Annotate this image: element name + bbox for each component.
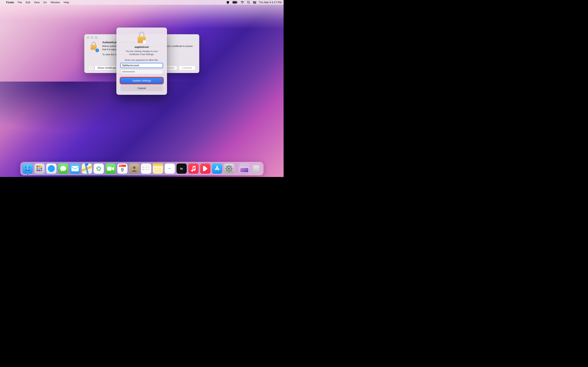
svg-rect-20 <box>153 164 163 166</box>
dock: MAR 9 tv <box>20 162 263 175</box>
svg-rect-36 <box>240 166 248 167</box>
svg-point-0 <box>228 1 229 2</box>
dock-appstore[interactable] <box>212 164 222 174</box>
dock-notes[interactable] <box>153 164 163 174</box>
svg-point-5 <box>247 1 249 3</box>
dock-tv[interactable]: tv <box>176 164 187 174</box>
dock-system-settings[interactable] <box>224 164 234 174</box>
svg-line-32 <box>231 170 232 171</box>
cancel-button[interactable]: Cancel <box>121 85 163 91</box>
menu-file[interactable]: File <box>18 1 22 4</box>
menubar-datetime[interactable]: Thu Mar 9 4:17 PM <box>259 1 282 4</box>
dock-mail[interactable] <box>70 164 80 174</box>
dock-freeform[interactable] <box>164 164 175 174</box>
svg-line-6 <box>249 3 250 4</box>
close-button[interactable] <box>87 36 89 39</box>
menu-view[interactable]: View <box>34 1 40 4</box>
svg-rect-18 <box>107 167 112 171</box>
menu-edit[interactable]: Edit <box>26 1 30 4</box>
dialog-title: eaptlstrust <box>121 45 163 49</box>
wifi-cert-icon <box>89 42 99 52</box>
dialog-prompt: Enter your password to allow this. <box>121 59 163 61</box>
control-center-icon[interactable] <box>253 1 256 4</box>
svg-point-12 <box>25 167 26 167</box>
svg-point-13 <box>29 167 30 167</box>
svg-rect-35 <box>241 165 248 166</box>
svg-point-4 <box>242 3 242 4</box>
dock-news[interactable] <box>200 164 210 174</box>
dock-launchpad[interactable] <box>34 164 44 174</box>
dock-facetime[interactable] <box>105 164 116 174</box>
dock-finder[interactable] <box>22 164 33 174</box>
menu-window[interactable]: Window <box>51 1 60 4</box>
wifi-icon[interactable] <box>241 1 244 4</box>
menu-go[interactable]: Go <box>43 1 47 4</box>
svg-point-26 <box>228 168 230 169</box>
menubar: Finder File Edit View Go Window Help Thu… <box>0 0 284 5</box>
dialog-message: You are making changes to your Certifica… <box>121 50 163 56</box>
help-button[interactable]: ? <box>88 66 93 70</box>
update-settings-button[interactable]: Update Settings <box>121 78 163 83</box>
svg-line-34 <box>231 166 232 167</box>
password-field[interactable] <box>121 69 163 75</box>
dock-music[interactable] <box>188 164 199 174</box>
svg-rect-16 <box>71 166 79 171</box>
svg-point-10 <box>253 3 254 3</box>
username-field[interactable] <box>121 63 163 68</box>
dock-calendar[interactable]: MAR 9 <box>117 164 127 174</box>
dock-separator <box>236 164 237 174</box>
lock-icon <box>136 32 147 44</box>
battery-icon[interactable] <box>232 1 238 4</box>
menu-help[interactable]: Help <box>64 1 69 4</box>
zoom-button[interactable] <box>95 36 97 39</box>
spotlight-icon[interactable] <box>247 1 250 4</box>
svg-point-19 <box>133 166 135 169</box>
dock-recent-window[interactable] <box>239 164 249 174</box>
dock-photos[interactable] <box>94 164 104 174</box>
svg-rect-7 <box>253 1 256 2</box>
dock-safari[interactable] <box>46 164 56 174</box>
dock-reminders[interactable] <box>141 164 151 174</box>
dock-contacts[interactable] <box>129 164 139 174</box>
app-menu-finder[interactable]: Finder <box>6 1 14 4</box>
dock-trash[interactable] <box>251 164 261 174</box>
eaptlstrust-auth-dialog: eaptlstrust You are making changes to yo… <box>116 27 167 95</box>
dock-messages[interactable] <box>58 164 68 174</box>
dock-maps[interactable] <box>82 164 92 174</box>
privacy-indicator-icon[interactable] <box>226 1 229 4</box>
running-indicator <box>27 174 28 175</box>
continue-button[interactable]: Continue <box>179 66 195 70</box>
show-certificate-button[interactable]: Show Certificate <box>95 66 119 70</box>
svg-rect-3 <box>237 2 237 3</box>
svg-point-8 <box>255 1 256 2</box>
calendar-day-label: 9 <box>117 167 127 173</box>
minimize-button[interactable] <box>91 36 93 39</box>
calendar-month-label: MAR <box>119 165 126 167</box>
svg-rect-38 <box>240 168 248 172</box>
svg-line-33 <box>226 170 227 171</box>
svg-line-31 <box>226 166 227 167</box>
svg-rect-2 <box>233 1 237 3</box>
svg-rect-9 <box>253 3 256 3</box>
